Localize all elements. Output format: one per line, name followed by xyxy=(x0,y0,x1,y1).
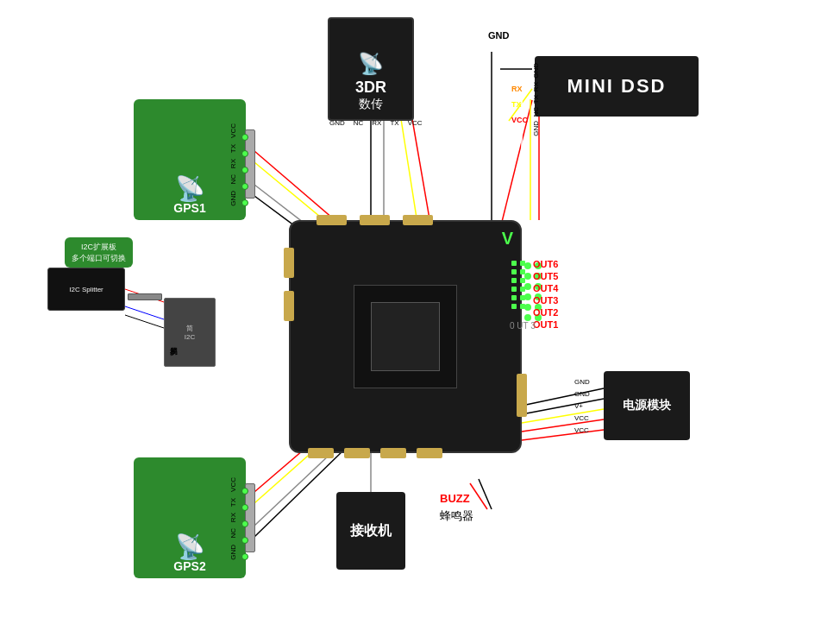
fc-top-connectors xyxy=(317,215,433,225)
out2-label: OUT2 xyxy=(533,307,558,318)
gps1-pin-nc xyxy=(241,183,248,190)
out5-label: OUT5 xyxy=(533,271,558,281)
gps2-pin-rx xyxy=(241,520,248,527)
power-pins: GND GND V+ VCC VCC xyxy=(574,378,590,434)
svg-line-22 xyxy=(254,449,345,537)
gps2-label: GPS2 xyxy=(173,559,205,573)
receiver-label: 接收机 xyxy=(350,522,392,540)
i2c-connector-strip xyxy=(128,293,162,300)
svg-line-28 xyxy=(522,399,604,414)
svg-line-34 xyxy=(479,479,492,509)
svg-point-36 xyxy=(524,273,531,280)
gps1-label: GPS1 xyxy=(173,201,205,215)
gps2-pin-tx xyxy=(241,504,248,511)
gps1-pin-labels: VCC TX RX NC GND xyxy=(229,123,237,206)
buzz-label: BUZZ xyxy=(440,492,473,505)
fc-connector-dsd xyxy=(403,215,433,225)
fc-connector-gps xyxy=(317,215,347,225)
i2c-splitter-module: I2C Splitter xyxy=(47,268,125,311)
svg-point-40 xyxy=(524,314,531,321)
gps1-pin-gnd xyxy=(241,199,248,206)
svg-point-38 xyxy=(524,293,531,300)
svg-line-7 xyxy=(392,119,405,229)
radio-label-cn: 数传 xyxy=(359,97,383,112)
i2c-tooltip: I2C扩展板 多个端口可切换 xyxy=(65,237,133,268)
svg-line-30 xyxy=(522,419,604,432)
dsd-signal-labels: RX TX VCC xyxy=(511,85,528,124)
fc-board: V xyxy=(289,220,522,453)
gps1-pin-rx xyxy=(241,167,248,173)
svg-point-37 xyxy=(524,283,531,290)
svg-point-35 xyxy=(524,262,531,269)
buzzer-label: 蜂鸣器 xyxy=(440,508,473,524)
gps2-pin-gnd xyxy=(241,553,248,560)
out1-label: OUT1 xyxy=(533,319,558,330)
gnd-top-label: GND xyxy=(488,30,509,41)
gps1-pin-tx xyxy=(241,150,248,157)
svg-point-39 xyxy=(524,304,531,311)
power-module: 电源模块 xyxy=(604,371,690,440)
fc-connector-radio xyxy=(360,215,390,225)
mini-dsd-pins: GND RX TX NC GND xyxy=(532,63,540,136)
detected-text: 0 UT 3 xyxy=(510,321,536,331)
i2c-splitter-label: I2C Splitter xyxy=(69,286,103,293)
out-labels: OUT6 OUT5 OUT4 OUT3 OUT2 OUT1 xyxy=(533,259,558,330)
gps1-pin-vcc xyxy=(241,134,248,141)
mini-dsd-label: MINI DSD xyxy=(567,75,667,98)
i2c-tooltip-line2: 多个端口可切换 xyxy=(72,253,126,264)
fc-left-connectors xyxy=(284,248,294,321)
fc-main-chip xyxy=(354,285,457,388)
svg-line-8 xyxy=(401,119,418,229)
svg-line-29 xyxy=(522,409,604,423)
fc-connector-left1 xyxy=(284,248,294,278)
radio-label-en: 3DR xyxy=(355,79,386,97)
receiver-module: 接收机 xyxy=(336,492,405,570)
fc-connector-left2 xyxy=(284,291,294,321)
gps2-pin-nc xyxy=(241,537,248,544)
fc-out-connector xyxy=(511,261,525,309)
gps1-antenna-icon: 📡 xyxy=(175,177,205,201)
fc-bottom-connectors xyxy=(308,448,442,458)
gps2-pin-labels: VCC TX RX NC GND xyxy=(229,477,237,560)
i2c-small-module: 简 I2C xyxy=(164,298,216,367)
mini-dsd-module: MINI DSD xyxy=(535,56,699,117)
radio-antenna-icon: 📡 xyxy=(358,52,384,76)
i2c-tooltip-line1: I2C扩展板 xyxy=(72,242,126,253)
fc-logo: V xyxy=(502,229,513,249)
out6-label: OUT6 xyxy=(533,259,558,269)
svg-line-9 xyxy=(412,119,431,229)
svg-line-27 xyxy=(522,388,604,406)
radio-pins: GND NC RX TX VCC xyxy=(329,119,423,127)
main-canvas: 📡 GPS1 VCC TX RX NC GND 📡 3DR 数传 GND NC … xyxy=(0,0,840,643)
gps2-antenna-icon: 📡 xyxy=(175,535,205,559)
power-label: 电源模块 xyxy=(623,398,671,413)
out4-label: OUT4 xyxy=(533,283,558,293)
gps2-pin-vcc xyxy=(241,488,248,495)
svg-line-31 xyxy=(522,430,604,440)
buzzer-container: BUZZ 蜂鸣器 xyxy=(440,492,473,524)
radio-3dr-module: 📡 3DR 数传 xyxy=(328,17,414,121)
out3-label: OUT3 xyxy=(533,295,558,306)
